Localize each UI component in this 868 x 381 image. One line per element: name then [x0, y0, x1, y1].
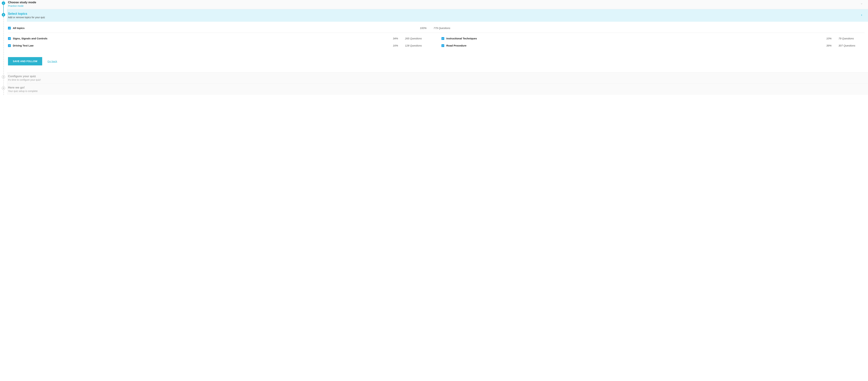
step-4-subtitle: Your quiz setup is complete [8, 90, 38, 93]
step-4-header[interactable]: Here we go! Your quiz setup is complete [7, 84, 868, 95]
step-1-badge-checkmark [2, 1, 5, 5]
step-3: 3 Configure your quiz It's time to confi… [7, 72, 868, 84]
step-3-badge: 3 [2, 75, 5, 78]
step-2-header[interactable]: Select topics Add or remove topics for y… [7, 9, 868, 22]
step-4-title: Here we go! [8, 86, 38, 89]
topic-questions: 128 Questions [405, 44, 431, 47]
step-1: Choose study mode Practice mode [7, 0, 868, 9]
topics-left-column: Signs, Signals and Controls 34% 265 Ques… [8, 36, 431, 50]
save-and-follow-button[interactable]: SAVE AND FOLLOW [8, 57, 42, 65]
topic-checkbox[interactable] [441, 44, 444, 47]
topic-row: Road Procedure 39% 307 Questions [441, 43, 865, 50]
all-topics-questions: 779 Questions [433, 27, 460, 30]
step-2: 2 Select topics Add or remove topics for… [7, 9, 868, 72]
topic-pct: 34% [390, 37, 405, 40]
step-1-title: Choose study mode [8, 1, 36, 4]
step-2-badge: 2 [2, 13, 5, 17]
topic-questions: 265 Questions [405, 37, 431, 40]
topic-label: Signs, Signals and Controls [13, 37, 390, 40]
all-topics-label: All topics [13, 27, 418, 30]
step-3-header[interactable]: Configure your quiz It's time to configu… [7, 72, 868, 84]
topic-questions: 307 Questions [838, 44, 865, 47]
all-topics-checkbox[interactable] [8, 27, 11, 30]
step-1-header[interactable]: Choose study mode Practice mode [7, 0, 868, 9]
topic-row: Signs, Signals and Controls 34% 265 Ques… [8, 36, 431, 43]
go-back-link[interactable]: Go back [48, 60, 57, 63]
actions-row: SAVE AND FOLLOW Go back [8, 57, 865, 65]
step-3-subtitle: It's time to configure your quiz! [8, 78, 41, 81]
topic-label: Road Procedure [446, 44, 823, 47]
topic-row: Instructional Techniques 10% 79 Question… [441, 36, 865, 43]
chevron-down-icon [860, 3, 865, 5]
step-1-subtitle: Practice mode [8, 4, 36, 7]
all-topics-pct: 100% [418, 27, 433, 30]
topic-pct: 39% [823, 44, 838, 47]
topic-pct: 16% [390, 44, 405, 47]
topic-questions: 79 Questions [838, 37, 865, 40]
topic-pct: 10% [823, 37, 838, 40]
topic-row: Driving Test Law 16% 128 Questions [8, 43, 431, 50]
topic-label: Driving Test Law [13, 44, 390, 47]
step-3-title: Configure your quiz [8, 74, 41, 78]
step-2-title: Select topics [8, 12, 45, 15]
topic-checkbox[interactable] [8, 37, 11, 40]
chevron-right-icon [860, 14, 865, 17]
topic-checkbox[interactable] [441, 37, 444, 40]
all-topics-row: All topics 100% 779 Questions [8, 25, 865, 33]
step-4-badge: 4 [2, 86, 5, 90]
step-4: 4 Here we go! Your quiz setup is complet… [7, 84, 868, 95]
step-2-body: All topics 100% 779 Questions Signs, Sig… [7, 22, 868, 72]
topic-label: Instructional Techniques [446, 37, 823, 40]
step-2-subtitle: Add or remove topics for your quiz [8, 16, 45, 19]
topics-right-column: Instructional Techniques 10% 79 Question… [441, 36, 865, 50]
topic-checkbox[interactable] [8, 44, 11, 47]
